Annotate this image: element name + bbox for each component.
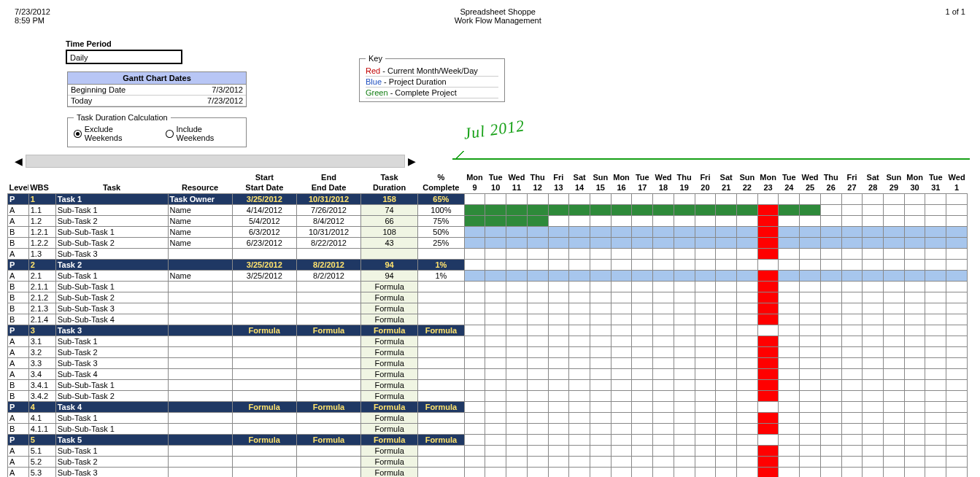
cell-end: [296, 412, 360, 423]
table-row[interactable]: A5.3Sub-Task 3Formula: [8, 467, 968, 477]
gantt-cell: [716, 248, 737, 259]
gantt-cell: [653, 215, 674, 226]
gantt-cell: [716, 237, 737, 248]
gantt-cell: [611, 445, 632, 456]
gantt-cell: [653, 204, 674, 215]
table-row[interactable]: A3.2Sub-Task 2Formula: [8, 346, 968, 357]
table-row[interactable]: B2.1.2Sub-Sub-Task 2Formula: [8, 292, 968, 303]
table-row[interactable]: B2.1.3Sub-Sub-Task 3Formula: [8, 303, 968, 314]
table-row[interactable]: B3.4.2Sub-Sub-Task 2Formula: [8, 390, 968, 401]
gantt-cell: [820, 314, 841, 325]
table-row[interactable]: A5.1Sub-Task 1Formula: [8, 445, 968, 456]
gantt-cell: [863, 237, 884, 248]
gantt-cell: [863, 401, 884, 412]
gantt-cell: [569, 248, 590, 259]
cell-wbs: 1.1: [28, 204, 55, 215]
gantt-cell: [485, 226, 506, 237]
gantt-cell: [527, 204, 548, 215]
table-row[interactable]: A4.1Sub-Task 1Formula: [8, 412, 968, 423]
gantt-cell: [695, 336, 716, 346]
gantt-cell: [674, 314, 695, 325]
scroll-left-icon[interactable]: ◀: [15, 155, 23, 167]
table-row[interactable]: B1.2.1Sub-Sub-Task 1Name6/3/201210/31/20…: [8, 226, 968, 237]
gantt-cell: [757, 325, 779, 336]
gantt-cell: [800, 357, 821, 368]
table-row[interactable]: P4Task 4FormulaFormulaFormulaFormula: [8, 401, 968, 412]
gantt-cell: [590, 467, 611, 477]
gantt-cell: [632, 314, 653, 325]
gantt-cell: [904, 368, 925, 379]
table-row[interactable]: A1.2Sub-Task 2Name5/4/20128/4/20126675%: [8, 215, 968, 226]
cell-resource: [168, 467, 232, 477]
scroll-track[interactable]: [26, 155, 405, 168]
table-row[interactable]: B3.4.1Sub-Sub-Task 1Formula: [8, 379, 968, 390]
gantt-dates-box: Gantt Chart Dates Beginning Date7/3/2012…: [67, 71, 247, 107]
table-row[interactable]: A3.4Sub-Task 4Formula: [8, 368, 968, 379]
day-dow: Tue: [632, 172, 653, 182]
table-row[interactable]: P5Task 5FormulaFormulaFormulaFormula: [8, 434, 968, 445]
gantt-cell: [884, 259, 905, 270]
gantt-cell: [506, 379, 528, 390]
gantt-cell: [820, 303, 841, 314]
gantt-cell: [674, 445, 695, 456]
cell-complete: 1%: [418, 270, 465, 281]
table-row[interactable]: P3Task 3FormulaFormulaFormulaFormula: [8, 325, 968, 336]
radio-exclude-weekends[interactable]: Exclude Weekends: [74, 125, 151, 142]
gantt-cell: [569, 259, 590, 270]
table-row[interactable]: A3.1Sub-Task 1Formula: [8, 336, 968, 346]
gantt-cell: [716, 281, 737, 292]
gantt-cell: [674, 204, 695, 215]
table-row[interactable]: B1.2.2Sub-Sub-Task 2Name6/23/20128/22/20…: [8, 237, 968, 248]
gantt-cell: [737, 259, 758, 270]
day-num: 16: [611, 182, 632, 193]
table-row[interactable]: A2.1Sub-Task 1Name3/25/20128/2/2012941%: [8, 270, 968, 281]
table-row[interactable]: A1.3Sub-Task 3: [8, 248, 968, 259]
table-row[interactable]: B2.1.1Sub-Sub-Task 1Formula: [8, 281, 968, 292]
gantt-cell: [841, 292, 863, 303]
gantt-cell: [653, 445, 674, 456]
day-num: 20: [695, 182, 716, 193]
col-task: Task: [55, 182, 168, 193]
gantt-cell: [590, 270, 611, 281]
gantt-cell: [506, 401, 528, 412]
time-period-select[interactable]: Daily: [66, 50, 182, 64]
gantt-cell: [569, 368, 590, 379]
gantt-cell: [800, 412, 821, 423]
table-row[interactable]: P2Task 23/25/20128/2/2012941%: [8, 259, 968, 270]
gantt-cell: [527, 237, 548, 248]
table-row[interactable]: A1.1Sub-Task 1Name4/14/20127/26/20127410…: [8, 204, 968, 215]
gantt-cell: [653, 193, 674, 204]
table-row[interactable]: P1Task 1Task Owner3/25/201210/31/2012158…: [8, 193, 968, 204]
gantt-cell: [800, 248, 821, 259]
table-row[interactable]: A5.2Sub-Task 2Formula: [8, 456, 968, 467]
gantt-cell: [925, 445, 946, 456]
gantt-cell: [485, 346, 506, 357]
cell-end: 7/26/2012: [296, 204, 360, 215]
gantt-cell: [884, 412, 905, 423]
scroll-right-icon[interactable]: ▶: [408, 155, 416, 167]
cell-task: Sub-Task 3: [55, 248, 168, 259]
gantt-cell: [757, 357, 779, 368]
cell-resource: [168, 412, 232, 423]
cell-task: Sub-Task 2: [55, 456, 168, 467]
col-dur2: Duration: [361, 182, 418, 193]
cell-wbs: 1.2.1: [28, 226, 55, 237]
begin-date-value[interactable]: 7/3/2012: [174, 85, 246, 96]
gantt-cell: [841, 467, 863, 477]
gantt-cell: [548, 270, 569, 281]
radio-include-weekends[interactable]: Include Weekends: [166, 125, 240, 142]
key-legend-box: Key Red - Current Month/Week/Day Blue - …: [359, 54, 505, 102]
gantt-cell: [863, 303, 884, 314]
today-value[interactable]: 7/23/2012: [174, 96, 246, 106]
table-row[interactable]: B4.1.1Sub-Sub-Task 1Formula: [8, 423, 968, 434]
gantt-cell: [737, 292, 758, 303]
table-row[interactable]: B2.1.4Sub-Sub-Task 4Formula: [8, 314, 968, 325]
gantt-cell: [863, 412, 884, 423]
table-row[interactable]: A3.3Sub-Task 3Formula: [8, 357, 968, 368]
cell-wbs: 4.1: [28, 412, 55, 423]
cell-resource: [168, 336, 232, 346]
gantt-cell: [863, 259, 884, 270]
gantt-cell: [464, 456, 485, 467]
gantt-cell: [485, 215, 506, 226]
gantt-cell: [464, 270, 485, 281]
